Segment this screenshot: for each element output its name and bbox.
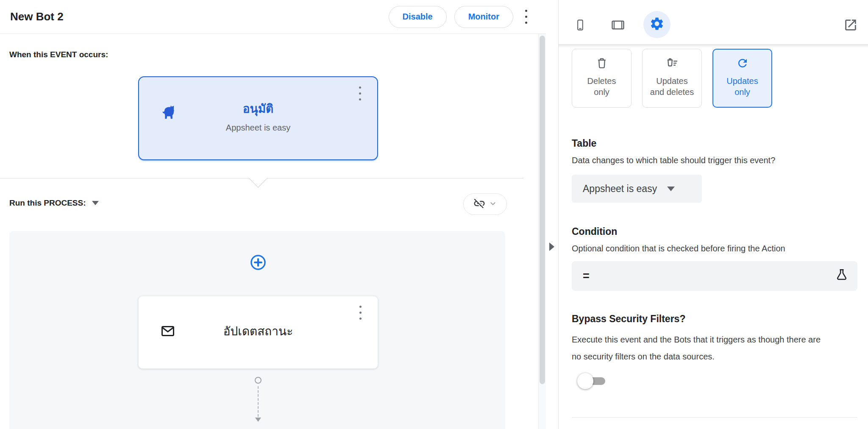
monitor-button[interactable]: Monitor: [454, 6, 513, 28]
process-section-label: Run this PROCESS:: [9, 198, 99, 208]
refresh-icon: [736, 57, 749, 71]
flask-icon[interactable]: [835, 268, 849, 284]
condition-heading: Condition: [572, 226, 617, 237]
process-step-title: อัปเดตสถานะ: [139, 322, 378, 340]
option-updates-and-deletes[interactable]: Updates and deletes: [642, 49, 702, 108]
trash-icon: [595, 57, 608, 71]
disable-button[interactable]: Disable: [389, 6, 447, 28]
event-card[interactable]: อนุมัติ Appsheet is easy: [138, 76, 378, 160]
event-card-subtitle: Appsheet is easy: [139, 123, 377, 133]
table-description: Data changes to which table should trigg…: [572, 156, 775, 165]
table-heading: Table: [572, 138, 596, 149]
condition-description: Optional condition that is checked befor…: [572, 244, 785, 254]
chevron-down-icon: [488, 199, 498, 210]
bypass-heading: Bypass Security Filters?: [572, 313, 685, 325]
process-canvas: อัปเดตสถานะ: [9, 231, 505, 429]
divider-notch: [248, 168, 267, 187]
table-select[interactable]: Appsheet is easy: [572, 175, 702, 203]
bot-canvas-pane: New Bot 2 Disable Monitor When this EVEN…: [0, 0, 546, 429]
tablet-icon[interactable]: [609, 18, 627, 34]
condition-expression-input[interactable]: =: [572, 261, 857, 291]
open-in-new-icon[interactable]: [843, 18, 858, 34]
bot-header: New Bot 2 Disable Monitor: [0, 0, 546, 34]
expression-equals-prefix: =: [583, 270, 590, 283]
connector-arrowhead: [255, 418, 261, 422]
option-updates-only[interactable]: Updates only: [712, 49, 772, 108]
process-link-toggle[interactable]: [463, 193, 507, 215]
add-step-icon[interactable]: [249, 254, 267, 271]
appsheet-bot-editor: New Bot 2 Disable Monitor When this EVEN…: [0, 0, 868, 429]
table-select-value: Appsheet is easy: [583, 183, 657, 195]
event-section-label: When this EVENT occurs:: [9, 50, 108, 59]
toolbar-shadow: [559, 44, 868, 48]
process-dropdown-caret-icon[interactable]: [92, 201, 99, 205]
left-pane-scrollbar: [538, 34, 546, 429]
inspector-panel: Deletes only Updates and deletes Updates…: [558, 0, 868, 429]
process-card-menu-icon[interactable]: [355, 303, 366, 322]
process-step-card[interactable]: อัปเดตสถานะ: [138, 296, 378, 369]
option-deletes-only[interactable]: Deletes only: [572, 49, 632, 108]
settings-tab-active[interactable]: [643, 11, 670, 38]
header-overflow-menu-icon[interactable]: [521, 7, 531, 26]
page-title: New Bot 2: [10, 10, 64, 23]
bypass-toggle[interactable]: [577, 373, 609, 390]
connector-dashed-line: [258, 386, 259, 417]
bypass-description: Execute this event and the Bots that it …: [572, 331, 826, 365]
toggle-knob: [577, 373, 593, 389]
connector-start-node: [255, 377, 262, 384]
header-actions: Disable Monitor: [389, 6, 531, 28]
event-type-options: Deletes only Updates and deletes Updates…: [572, 49, 772, 108]
smartphone-icon[interactable]: [574, 16, 586, 36]
expand-panel-arrow-icon[interactable]: [549, 242, 554, 251]
settings-gear-icon: [649, 16, 665, 33]
left-pane-scrollbar-thumb[interactable]: [540, 36, 545, 384]
link-off-icon: [473, 197, 486, 212]
event-card-title: อนุมัติ: [139, 99, 377, 118]
select-caret-icon: [667, 187, 675, 191]
delete-sweep-icon: [666, 57, 679, 71]
section-divider: [572, 417, 857, 418]
